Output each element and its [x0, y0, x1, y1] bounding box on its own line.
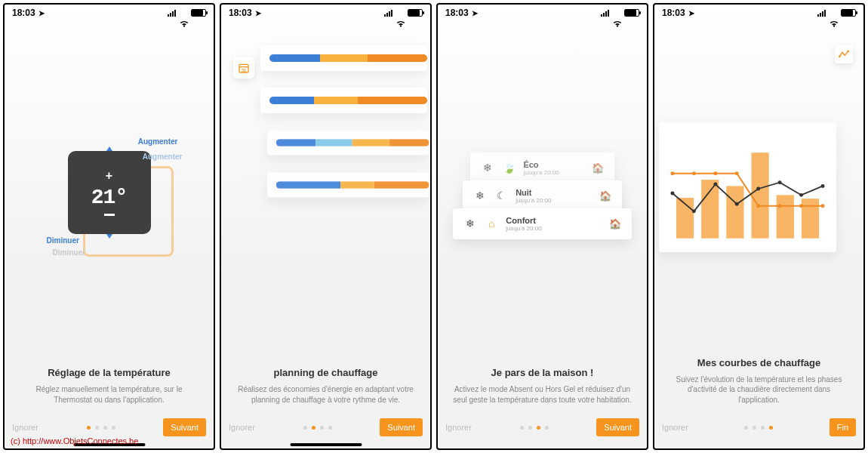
page-dot-4 [545, 426, 549, 430]
onboarding-screen-4: 18:03 ➤ Mes courbes de chauffage Suivez … [653, 3, 865, 450]
schedule-segment [269, 97, 314, 104]
snowflake-icon: ❄ [481, 162, 494, 174]
mode-card[interactable]: ❄⌂Confortjusqu'à 20:00🏠 [453, 208, 631, 239]
label-diminuer: Diminuer [47, 236, 79, 245]
mode-subtitle: jusqu'à 20:00 [523, 169, 583, 176]
status-bar: 18:03 ➤ [5, 5, 214, 21]
planning-row [267, 173, 429, 198]
next-button[interactable]: Suivant [163, 418, 206, 436]
skip-button[interactable]: Ignorer [662, 423, 688, 432]
page-dot-3 [761, 426, 765, 430]
schedule-segment [269, 54, 320, 62]
page-dot-2 [312, 426, 315, 430]
onboarding-description: Réalisez des économies d'énergie en adap… [233, 384, 418, 405]
battery-icon [191, 9, 206, 17]
wifi-icon [179, 8, 188, 17]
home-indicator [290, 443, 362, 446]
mode-subtitle: jusqu'à 20:00 [516, 197, 592, 204]
page-dot-1 [744, 426, 748, 430]
schedule-segment [315, 139, 352, 146]
chart-temp-point [735, 202, 739, 206]
wifi-icon [612, 8, 621, 17]
chart-temp-point [713, 183, 717, 186]
status-bar: 18:03 ➤ [654, 5, 863, 21]
arrow-down-icon [106, 234, 112, 239]
thermostat-device: + 21° Augmenter Augmenter Diminuer Dimin… [68, 151, 151, 234]
chart-bar [777, 196, 794, 239]
planning-row [260, 88, 427, 113]
illustration-planning: 31 [221, 21, 430, 364]
snowflake-icon: ❄ [473, 190, 487, 202]
battery-icon [841, 9, 856, 17]
svg-point-4 [847, 50, 849, 52]
chart-temp-point [692, 210, 696, 214]
page-dot-4 [328, 426, 332, 430]
page-dot-3 [320, 426, 324, 430]
status-time: 18:03 [229, 8, 252, 18]
onboarding-description: Suivez l'évolution de la température et … [666, 374, 851, 405]
onboarding-description: Activez le mode Absent ou Hors Gel et ré… [450, 384, 635, 405]
chart-step-point [756, 204, 760, 208]
chart-temp-point [670, 192, 674, 196]
illustration-modes: ❄🍃Écojusqu'à 20:00🏠❄☾Nuitjusqu'à 20:00🏠❄… [438, 21, 647, 364]
skip-button[interactable]: Ignorer [445, 423, 472, 432]
schedule-bar [276, 139, 429, 146]
schedule-segment [352, 139, 389, 146]
planning-row [267, 131, 429, 156]
page-dot-1 [87, 426, 91, 430]
next-button[interactable]: Suivant [596, 418, 639, 436]
house-person-icon: 🏠 [609, 218, 621, 230]
skip-button[interactable]: Ignorer [12, 423, 38, 432]
chart-step-point [692, 171, 696, 175]
chart-step-point [778, 204, 782, 208]
next-button[interactable]: Fin [830, 418, 856, 436]
chart-step-point [821, 204, 825, 208]
mode-name: Éco [523, 160, 583, 169]
onboarding-screen-3: 18:03 ➤ ❄🍃Écojusqu'à 20:00🏠❄☾Nuitjusqu'à… [436, 3, 648, 450]
thermostat-temperature: 21° [91, 186, 127, 209]
chart-bar [751, 153, 768, 238]
chart-step-line [673, 174, 823, 206]
chart-step-point [735, 171, 739, 175]
illustration-thermostat: + 21° Augmenter Augmenter Diminuer Dimin… [5, 21, 214, 364]
schedule-segment [320, 54, 368, 62]
schedule-bar [276, 181, 429, 189]
cell-signal-icon [817, 9, 826, 17]
onboarding-title: planning de chauffage [233, 367, 418, 378]
schedule-segment [276, 139, 316, 146]
chart-temp-point [821, 184, 825, 188]
chart-temp-point [778, 180, 782, 184]
page-dot-2 [528, 426, 532, 430]
arrow-up-icon [106, 146, 112, 151]
page-dot-3 [537, 426, 540, 430]
svg-point-3 [839, 55, 841, 57]
skip-button[interactable]: Ignorer [229, 423, 255, 432]
schedule-segment [358, 97, 427, 104]
illustration-chart [654, 21, 863, 354]
page-indicator [472, 426, 596, 430]
chart-step-point [713, 171, 717, 175]
page-dot-1 [303, 426, 307, 430]
label-augmenter-ghost: Augmenter [143, 153, 183, 161]
house-person-icon: 🏠 [599, 190, 611, 202]
page-dot-4 [112, 426, 115, 430]
onboarding-title: Je pars de la maison ! [450, 367, 635, 378]
status-bar: 18:03 ➤ [438, 5, 647, 21]
house-person-icon: 🏠 [592, 162, 604, 174]
chart-temp-point [756, 187, 760, 191]
label-diminuer-ghost: Diminuer [53, 248, 85, 257]
mode-card[interactable]: ❄🍃Écojusqu'à 20:00🏠 [470, 153, 614, 183]
chart-temp-point [799, 193, 803, 197]
chart-bar [701, 180, 719, 239]
onboarding-screen-1: 18:03 ➤ + 21° Augmenter Augmenter Diminu… [3, 3, 215, 450]
next-button[interactable]: Suivant [380, 418, 423, 436]
mode-card[interactable]: ❄☾Nuitjusqu'à 20:00🏠 [463, 180, 622, 211]
page-dot-1 [520, 426, 524, 430]
schedule-segment [340, 181, 374, 189]
location-icon: ➤ [472, 9, 478, 17]
planning-row [260, 45, 427, 71]
chart-toggle-button[interactable] [835, 45, 853, 63]
chart-bar [802, 199, 819, 239]
page-dot-2 [753, 426, 756, 430]
status-bar: 18:03 ➤ [221, 5, 430, 21]
